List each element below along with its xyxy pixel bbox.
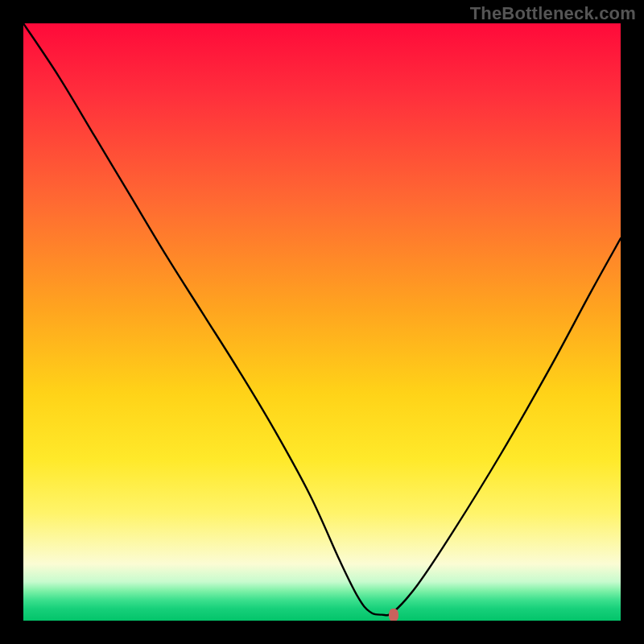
curve-svg <box>23 23 621 621</box>
bottleneck-curve <box>23 23 621 615</box>
chart-frame: TheBottleneck.com <box>0 0 644 644</box>
bottleneck-marker <box>389 609 398 621</box>
watermark-text: TheBottleneck.com <box>470 3 636 24</box>
plot-area <box>23 23 621 621</box>
